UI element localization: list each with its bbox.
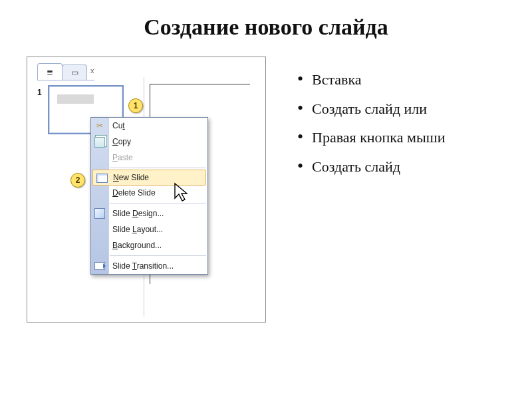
- menu-item-slide-layout[interactable]: Slide Layout...: [91, 221, 207, 237]
- menu-item-background[interactable]: Background...: [91, 237, 207, 253]
- bullet-list: Вставка Создать слайд или Правая кнопка …: [296, 70, 445, 186]
- list-item: Правая кнопка мыши: [296, 128, 445, 148]
- slide-number: 1: [37, 88, 44, 97]
- menu-item-copy[interactable]: Copy: [91, 134, 207, 150]
- tab-outline[interactable]: ≣: [37, 63, 63, 80]
- content-area: ≣ ▭ x 1 1 2 Cut Copy: [27, 57, 445, 323]
- menu-item-slide-transition[interactable]: Slide Transition...: [91, 258, 207, 274]
- menu-item-slide-design[interactable]: Slide Design...: [91, 205, 207, 221]
- menu-separator: [110, 168, 206, 168]
- scissors-icon: [94, 120, 106, 132]
- callout-badge-1: 1: [128, 98, 143, 113]
- transition-icon: [94, 260, 106, 272]
- menu-item-paste: Paste: [91, 150, 207, 166]
- list-item: Вставка: [296, 70, 445, 90]
- menu-item-cut[interactable]: Cut: [91, 118, 207, 134]
- new-slide-icon: [96, 172, 108, 184]
- callout-badge-2: 2: [70, 173, 85, 188]
- copy-icon: [94, 136, 106, 148]
- list-item: Создать слайд или: [296, 99, 445, 119]
- cursor-icon: [174, 182, 192, 203]
- svg-marker-0: [175, 184, 187, 201]
- thumbnail-placeholder: [57, 94, 94, 104]
- slide-title: Создание нового слайда: [0, 15, 532, 40]
- list-item: Создать слайд: [296, 157, 445, 177]
- app-screenshot: ≣ ▭ x 1 1 2 Cut Copy: [27, 57, 266, 323]
- tab-slides[interactable]: ▭: [62, 65, 87, 80]
- panel-tabs: ≣ ▭ x: [37, 63, 94, 80]
- design-icon: [94, 207, 106, 219]
- menu-separator: [110, 255, 206, 256]
- close-icon[interactable]: x: [90, 66, 94, 76]
